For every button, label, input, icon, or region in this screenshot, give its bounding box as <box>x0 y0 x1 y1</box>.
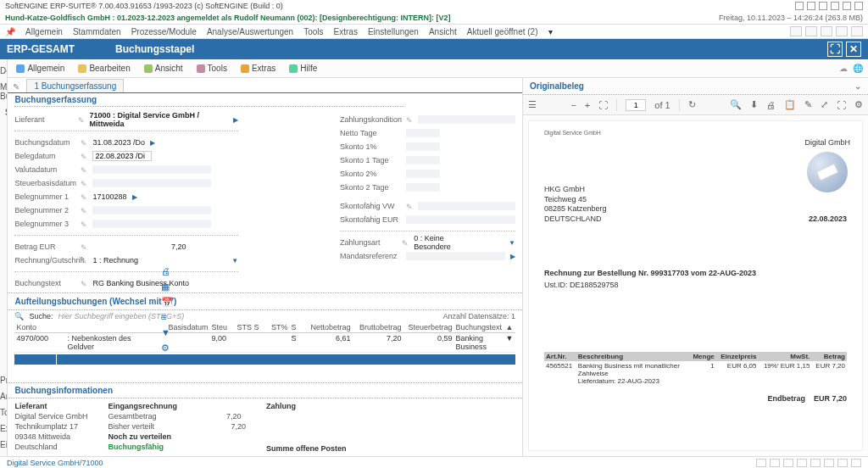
search-icon[interactable]: 🔍 <box>730 99 742 110</box>
menu-einstellungen[interactable]: Einstellungen <box>368 27 419 36</box>
menu-allgemein[interactable]: Allgemein <box>25 27 63 36</box>
menu-extras[interactable]: Extras <box>334 27 358 36</box>
empty-field[interactable] <box>406 170 440 178</box>
toolbar-allgemein[interactable]: Allgemein <box>13 62 68 75</box>
sidebar-item-adressen[interactable]: Adressen <box>0 122 8 135</box>
status-icon[interactable] <box>810 459 821 467</box>
sidebar-item-projekt-warengruppen[interactable]: Projekt/Warengruppen <box>0 262 8 275</box>
scroll-up-icon[interactable]: ▲ <box>504 322 515 332</box>
edit-icon[interactable]: ✎ <box>81 220 87 227</box>
edit-icon[interactable]: ✎ <box>81 280 87 287</box>
col-netto[interactable]: Nettobetrag <box>301 322 352 332</box>
edit-icon[interactable]: ✎ <box>81 153 87 159</box>
shortcut-icon[interactable] <box>851 26 863 36</box>
table-row[interactable]: 4970/000 : Nebenkosten des Geldver 9,00 … <box>14 333 515 353</box>
menu-stammdaten[interactable]: Stammdaten <box>73 27 121 36</box>
arrow-icon[interactable]: ▶ <box>132 193 137 201</box>
pin-icon[interactable]: 📌 <box>5 27 15 36</box>
menu-aktuell[interactable]: Aktuell geöffnet (2) <box>467 27 538 36</box>
col-steuerb[interactable]: Steuerbetrag <box>403 322 453 332</box>
sidebar-item-personenkonten[interactable]: Personenkonten <box>0 224 8 237</box>
zoom-in-icon[interactable]: + <box>585 100 590 110</box>
fullscreen-icon[interactable]: ⛶ <box>837 100 846 110</box>
shortcut-icon[interactable] <box>821 26 832 36</box>
empty-field[interactable] <box>406 142 440 151</box>
print-icon[interactable]: 🖨 <box>766 100 776 110</box>
sidebar-extras[interactable]: Extras <box>0 421 7 437</box>
settings-icon[interactable]: ⚙ <box>854 99 863 110</box>
empty-field[interactable] <box>406 215 515 224</box>
sidebar-item-personal[interactable]: Personal <box>0 186 8 198</box>
empty-field[interactable] <box>418 202 515 210</box>
expand-button[interactable]: ⛶ <box>827 42 843 57</box>
edit-icon[interactable]: ✎ <box>406 116 413 123</box>
empty-field[interactable] <box>92 206 211 214</box>
toolbar-hilfe[interactable]: Hilfe <box>286 62 320 75</box>
bell-icon[interactable] <box>819 2 827 10</box>
close-module-button[interactable]: ✕ <box>846 42 861 57</box>
search-icon[interactable]: 🔍 <box>14 312 24 320</box>
selection-bar[interactable] <box>14 354 515 365</box>
empty-field[interactable] <box>406 156 440 164</box>
sidebar-item-vertreter[interactable]: Vertreter <box>0 198 8 211</box>
edit-icon[interactable]: ✎ <box>804 99 812 110</box>
edit-icon[interactable]: ✎ <box>81 207 87 214</box>
sidebar-designer[interactable]: Designer <box>0 63 7 79</box>
arrow-icon[interactable]: ▶ <box>510 253 515 260</box>
sidebar-item-projekte[interactable]: Projekte <box>0 237 8 249</box>
sidebar-item-sachkonten[interactable]: Sachkonten <box>0 211 8 224</box>
empty-field[interactable] <box>406 129 440 137</box>
sidebar-item-adress-artikel[interactable]: Adress/Artikel <box>0 148 8 160</box>
cloud-icon[interactable]: ☁ <box>839 64 849 74</box>
status-icon[interactable] <box>797 459 807 467</box>
col-btext[interactable]: Buchungstext <box>453 322 504 332</box>
col-sts[interactable]: STS <box>235 322 252 332</box>
toolbar-extras[interactable]: Extras <box>237 62 279 75</box>
sidebar-item-chargen[interactable]: Chargen <box>0 300 8 313</box>
sidebar-item-adress-warengruppen[interactable]: Adress/Warengruppen <box>0 173 8 186</box>
dropdown-icon[interactable]: ▾ <box>548 27 553 36</box>
sidebar-einstellungen[interactable]: Einstellungen <box>0 437 7 453</box>
zoom-out-icon[interactable]: − <box>570 100 576 110</box>
sidebar-tools[interactable]: Tools <box>0 404 7 421</box>
menu-ansicht[interactable]: Ansicht <box>429 27 457 36</box>
edit-icon[interactable]: ✎ <box>81 257 87 264</box>
edit-icon[interactable]: ✎ <box>406 203 413 209</box>
sidebar-item-stuecklisten[interactable]: Stücklisten <box>0 275 8 287</box>
edit-icon[interactable]: ✎ <box>402 239 409 246</box>
col-s2[interactable]: S <box>252 322 264 332</box>
maximize-button[interactable] <box>843 2 851 10</box>
expand-icon[interactable]: ⤢ <box>821 99 828 110</box>
close-button[interactable] <box>854 2 863 10</box>
status-icon[interactable] <box>851 459 861 467</box>
sidebar-item-warengruppen[interactable]: Warengruppen <box>0 160 8 173</box>
sidebar-item-artikel[interactable]: Artikel <box>0 135 8 148</box>
toolbar-tools[interactable]: Tools <box>193 62 231 75</box>
shortcut-icon[interactable] <box>836 26 848 36</box>
col-s[interactable]: S <box>289 322 301 332</box>
empty-field[interactable] <box>92 220 211 228</box>
settings-icon[interactable]: ⚙ <box>161 343 171 353</box>
page-input[interactable] <box>626 99 646 111</box>
toolbar-ansicht[interactable]: Ansicht <box>141 62 186 75</box>
edit-icon[interactable]: ✎ <box>81 193 87 200</box>
copy-icon[interactable]: 📋 <box>784 99 796 110</box>
empty-field[interactable] <box>406 252 505 260</box>
edit-icon[interactable]: ✎ <box>81 243 87 250</box>
status-icon[interactable] <box>837 459 848 467</box>
dropdown-icon[interactable]: ▼ <box>509 239 515 247</box>
edit-icon[interactable]: ✎ <box>78 116 85 123</box>
empty-field[interactable] <box>418 115 515 124</box>
menu-tools[interactable]: Tools <box>303 27 323 36</box>
gear-icon[interactable] <box>807 2 815 10</box>
sidebar-icon[interactable]: ☰ <box>528 99 537 110</box>
sidebar-workflows[interactable]: Meine Businessworkflows <box>0 79 7 104</box>
empty-field[interactable] <box>406 183 440 192</box>
globe-icon[interactable]: 🌐 <box>853 64 863 74</box>
sidebar-item-projekt-artikel[interactable]: Projekt/Artikel <box>0 249 8 262</box>
status-icon[interactable] <box>770 459 780 467</box>
shortcut-icon[interactable] <box>790 26 802 36</box>
sync-icon[interactable] <box>795 2 804 10</box>
arrow-icon[interactable]: ▶ <box>150 139 155 147</box>
chevron-up-icon[interactable]: ⌄ <box>854 81 861 91</box>
